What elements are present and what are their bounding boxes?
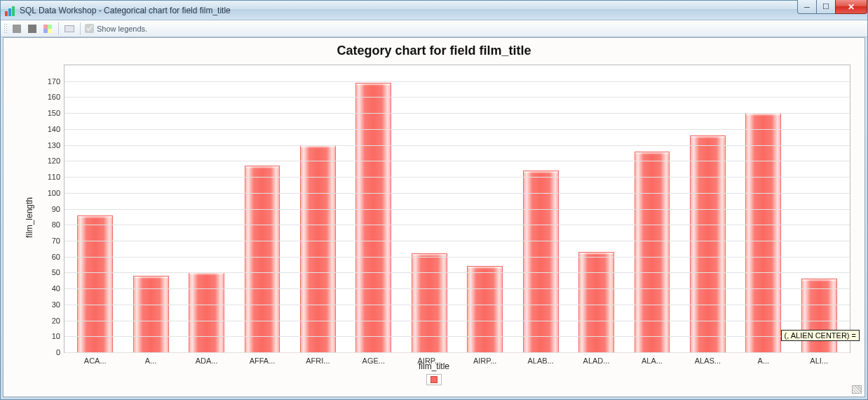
y-tick: 20 xyxy=(52,316,60,325)
grid-line xyxy=(65,145,850,146)
bar[interactable] xyxy=(578,252,614,352)
close-button[interactable]: ✕ xyxy=(835,0,867,14)
toolbar-separator xyxy=(58,22,59,35)
toolbar: Show legends. xyxy=(1,20,867,37)
minimize-button[interactable]: ─ xyxy=(797,0,817,14)
plot-wrap: ACA...A...ADA...AFFA...AFRI...AGE...AIRP… xyxy=(30,65,850,353)
grid-line xyxy=(65,81,850,82)
y-tick: 90 xyxy=(52,205,60,213)
maximize-button[interactable]: ☐ xyxy=(816,0,836,14)
y-tick: 0 xyxy=(56,348,60,356)
grid-line xyxy=(65,321,850,321)
show-legends-toggle[interactable]: Show legends. xyxy=(85,24,147,33)
bar[interactable] xyxy=(300,145,336,352)
grid-line xyxy=(65,97,850,98)
grid-line xyxy=(65,177,850,178)
bar[interactable] xyxy=(77,215,113,352)
bar[interactable] xyxy=(467,266,503,352)
y-tick: 140 xyxy=(48,125,60,133)
grid-line xyxy=(65,305,850,305)
resize-grip-icon[interactable] xyxy=(852,385,862,394)
x-axis-label: film_title xyxy=(4,361,864,371)
window-controls: ─ ☐ ✕ xyxy=(798,0,867,14)
y-tick: 110 xyxy=(48,173,60,181)
grid-line xyxy=(65,129,850,130)
toolbar-grip-icon xyxy=(4,23,8,34)
y-tick: 170 xyxy=(48,77,60,86)
grid-line xyxy=(65,209,850,210)
bar[interactable] xyxy=(745,113,781,352)
grid-line xyxy=(65,113,850,114)
bar[interactable] xyxy=(245,166,280,352)
chart-panel: Category chart for field film_title film… xyxy=(3,37,865,397)
y-tick: 40 xyxy=(52,284,60,293)
bar[interactable] xyxy=(412,253,447,352)
bar[interactable] xyxy=(355,83,391,352)
y-tick: 120 xyxy=(48,156,60,165)
grid-line xyxy=(65,336,850,337)
y-tick: 160 xyxy=(48,93,60,101)
legend-swatch-icon xyxy=(430,376,438,383)
y-tick: 100 xyxy=(48,189,60,197)
y-tick: 50 xyxy=(52,268,60,276)
grid-line xyxy=(65,241,850,241)
bar[interactable] xyxy=(189,272,224,352)
chart-style-4-button[interactable] xyxy=(63,22,76,35)
grid-line xyxy=(65,352,850,353)
legend xyxy=(4,374,864,385)
y-tick: 150 xyxy=(48,109,60,117)
show-legends-checkbox[interactable] xyxy=(85,24,94,33)
bar[interactable] xyxy=(801,279,837,352)
y-tick: 70 xyxy=(52,236,60,245)
titlebar[interactable]: SQL Data Workshop - Categorical chart fo… xyxy=(1,1,867,20)
app-window: SQL Data Workshop - Categorical chart fo… xyxy=(0,0,868,400)
bar[interactable] xyxy=(523,171,559,352)
show-legends-label: Show legends. xyxy=(97,25,147,33)
grid-line xyxy=(65,225,850,225)
grid-line xyxy=(65,272,850,273)
chart-title: Category chart for field film_title xyxy=(4,38,864,61)
chart-style-3-button[interactable] xyxy=(41,22,54,35)
window-title: SQL Data Workshop - Categorical chart fo… xyxy=(20,6,231,15)
grid-line xyxy=(65,193,850,194)
grid-line xyxy=(65,161,850,161)
y-tick: 60 xyxy=(52,253,60,261)
bar[interactable] xyxy=(635,152,670,352)
toolbar-separator xyxy=(80,22,81,35)
bar[interactable] xyxy=(133,276,169,352)
y-tick: 80 xyxy=(52,220,60,229)
legend-item[interactable] xyxy=(426,374,442,385)
chart-style-2-button[interactable] xyxy=(26,22,39,35)
app-icon xyxy=(5,5,16,16)
chart-tooltip: (, ALIEN CENTER) = xyxy=(781,330,860,341)
y-tick: 10 xyxy=(52,332,60,340)
y-tick: 30 xyxy=(52,300,60,309)
grid-line xyxy=(65,288,850,289)
grid-line xyxy=(65,257,850,258)
y-tick: 130 xyxy=(48,141,60,149)
plot-area[interactable]: ACA...A...ADA...AFFA...AFRI...AGE...AIRP… xyxy=(64,65,850,353)
chart-style-1-button[interactable] xyxy=(11,22,23,35)
